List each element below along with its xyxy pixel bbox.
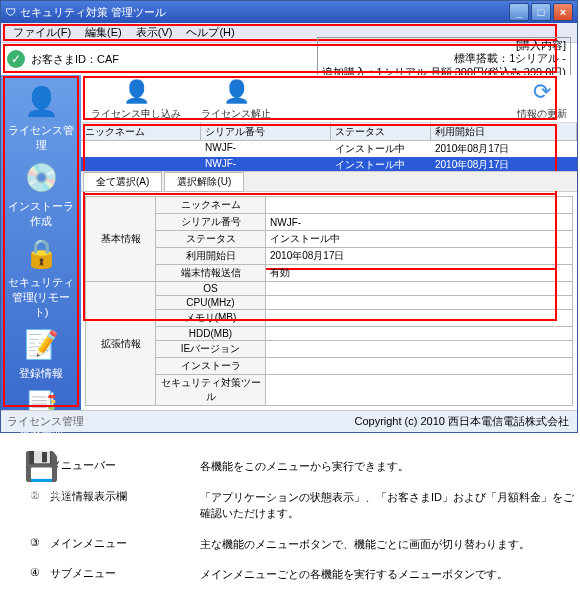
titlebar: 🛡 セキュリティ対策 管理ツール _ □ ×	[1, 1, 577, 23]
legend-desc: 「アプリケーションの状態表示」、「お客さまID」および「月額料金」をご確認いただ…	[200, 489, 580, 522]
select-all-tab[interactable]: 全て選択(A)	[83, 172, 162, 192]
legend-row: ④サブメニューメインメニューごとの各機能を実行するメニューボタンです。	[30, 566, 580, 583]
legend-desc: メインメニューごとの各機能を実行するメニューボタンです。	[200, 566, 580, 583]
detail-area: 基本情報ニックネームシリアル番号NWJF-ステータスインストール中利用開始日20…	[81, 192, 577, 410]
maximize-button[interactable]: □	[531, 3, 551, 21]
detail-value	[266, 358, 573, 375]
legend-row: ①メニューバー各機能をこのメニューから実行できます。	[30, 458, 580, 475]
footer: ライセンス管理 Copyright (c) 2010 西日本電信電話株式会社	[1, 410, 577, 432]
toolbar: 👤 ライセンス申し込み 👤 ライセンス解止 ⟳ 情報の更新 ④	[81, 75, 577, 123]
annotation-box-2	[3, 44, 557, 73]
minimize-button[interactable]: _	[509, 3, 529, 21]
detail-value	[266, 327, 573, 341]
legend-desc: 主な機能のメニューボタンで、機能ごとに画面が切り替わります。	[200, 536, 580, 553]
detail-label: インストーラ	[156, 358, 266, 375]
legend-desc: 各機能をこのメニューから実行できます。	[200, 458, 580, 475]
detail-label: IEバージョン	[156, 341, 266, 358]
app-window: 🛡 セキュリティ対策 管理ツール _ □ × ファイル(F) 編集(E) 表示(…	[0, 0, 578, 433]
deselect-tab[interactable]: 選択解除(U)	[164, 172, 244, 192]
legend-row: ②共通情報表示欄「アプリケーションの状態表示」、「お客さまID」および「月額料金…	[30, 489, 580, 522]
license-list: ニックネーム シリアル番号 ステータス 利用開始日 NWJF-インストール中20…	[81, 123, 577, 192]
copyright: Copyright (c) 2010 西日本電信電話株式会社	[354, 415, 569, 427]
footer-status: ライセンス管理	[7, 414, 84, 429]
legend-num: ④	[30, 566, 50, 583]
detail-label: HDD(MB)	[156, 327, 266, 341]
annotation-box-4	[83, 76, 557, 120]
detail-value	[266, 375, 573, 406]
annotation-box-6	[83, 193, 557, 321]
sidebar-icon: 💾	[21, 446, 61, 486]
legend: ①メニューバー各機能をこのメニューから実行できます。②共通情報表示欄「アプリケー…	[0, 458, 580, 595]
legend-name: メインメニュー	[50, 536, 200, 553]
annotation-box-3	[3, 76, 79, 407]
app-title: セキュリティ対策 管理ツール	[20, 5, 166, 20]
close-button[interactable]: ×	[553, 3, 573, 21]
sidebar-label: 設定値の保存と復元	[5, 488, 77, 518]
content: 👤 ライセンス申し込み 👤 ライセンス解止 ⟳ 情報の更新 ④ ニックネーム シ…	[81, 75, 577, 410]
legend-num: ③	[30, 536, 50, 553]
main-area: ③ 👤ライセンス管理💿インストーラ作成🔒セキュリティ管理(リモート)📝登録情報📑…	[1, 75, 577, 410]
list-tab-bar: 全て選択(A) 選択解除(U)	[81, 171, 577, 191]
detail-value	[266, 341, 573, 358]
info-bar: ✓ お客さまID：CAF [購入内容] 標準搭載：1シリアル - 追加購入：1シ…	[1, 43, 577, 75]
sidebar-item-5[interactable]: 💾設定値の保存と復元	[5, 444, 77, 520]
legend-row: ③メインメニュー主な機能のメニューボタンで、機能ごとに画面が切り替わります。	[30, 536, 580, 553]
legend-name: サブメニュー	[50, 566, 200, 583]
sidebar: ③ 👤ライセンス管理💿インストーラ作成🔒セキュリティ管理(リモート)📝登録情報📑…	[1, 75, 81, 410]
app-icon: 🛡	[5, 6, 16, 18]
detail-label: セキュリティ対策ツール	[156, 375, 266, 406]
